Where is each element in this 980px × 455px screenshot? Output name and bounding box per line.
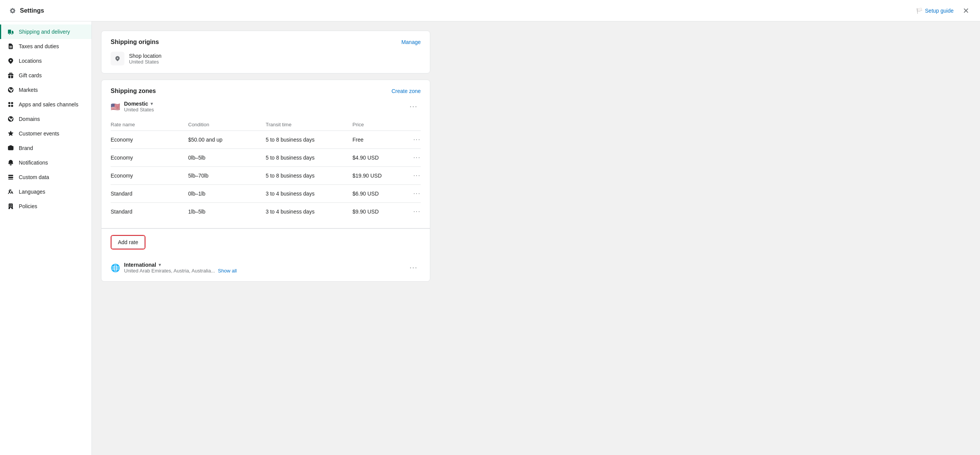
sidebar: Shipping and delivery Taxes and duties (0, 21, 92, 455)
app-frame: Settings 🏳️ Setup guide ✕ Shi (0, 0, 980, 455)
rate-transit-cell: 3 to 4 business days (266, 203, 353, 221)
rate-more-cell[interactable]: ··· (408, 131, 421, 149)
show-all-link[interactable]: Show all (218, 268, 237, 274)
sidebar-label-gift-cards: Gift cards (19, 72, 42, 78)
rate-name-cell: Economy (111, 149, 188, 167)
sidebar-item-markets[interactable]: Markets (0, 83, 91, 97)
rate-name-cell: Standard (111, 185, 188, 203)
international-dropdown-icon[interactable]: ▼ (158, 263, 162, 267)
international-more-button[interactable]: ··· (407, 262, 421, 273)
sidebar-item-gift-cards[interactable]: Gift cards (0, 68, 91, 83)
domestic-more-button[interactable]: ··· (407, 101, 421, 112)
rate-more-button[interactable]: ··· (413, 172, 421, 179)
bell-icon (7, 159, 14, 166)
shipping-zones-card: Shipping zones Create zone 🇺🇸 Domestic ▼ (101, 80, 430, 282)
shop-location-country: United States (129, 59, 162, 65)
sidebar-label-taxes: Taxes and duties (19, 43, 59, 49)
location-icon (7, 57, 14, 64)
international-zone-section: 🌐 International ▼ United Arab Emirates, … (101, 256, 430, 281)
shipping-origins-section: Shipping origins Manage Shop location (101, 31, 430, 73)
truck-icon (7, 28, 14, 35)
close-button[interactable]: ✕ (961, 5, 971, 17)
rate-condition-cell: 1lb–5lb (188, 203, 266, 221)
sidebar-item-shipping[interactable]: Shipping and delivery (0, 24, 91, 39)
sidebar-label-locations: Locations (19, 58, 42, 64)
col-header-rate-name: Rate name (111, 119, 188, 131)
globe-icon-intl: 🌐 (111, 263, 120, 272)
domestic-zone-header: 🇺🇸 Domestic ▼ United States ··· (111, 101, 421, 113)
sidebar-item-notifications[interactable]: Notifications (0, 155, 91, 170)
sidebar-item-customer-events[interactable]: Customer events (0, 126, 91, 141)
topbar-left: Settings (9, 7, 44, 14)
apps-icon (7, 101, 14, 108)
location-pin-icon (114, 55, 121, 62)
shipping-origins-card: Shipping origins Manage Shop location (101, 31, 430, 73)
rate-more-button[interactable]: ··· (413, 190, 421, 197)
rate-condition-cell: 5lb–70lb (188, 167, 266, 185)
location-info: Shop location United States (111, 52, 162, 65)
rate-more-cell[interactable]: ··· (408, 167, 421, 185)
sidebar-item-locations[interactable]: Locations (0, 54, 91, 68)
sidebar-label-markets: Markets (19, 87, 38, 93)
page-title: Settings (20, 7, 44, 14)
rate-price-cell: $9.90 USD (353, 203, 408, 221)
sidebar-label-policies: Policies (19, 203, 37, 209)
domestic-dropdown-icon[interactable]: ▼ (150, 101, 154, 106)
rate-more-cell[interactable]: ··· (408, 185, 421, 203)
flag-icon: 🏳️ (916, 8, 923, 14)
table-row: Standard 1lb–5lb 3 to 4 business days $9… (111, 203, 421, 221)
location-pin-icon-wrap (111, 52, 124, 65)
rate-more-cell[interactable]: ··· (408, 149, 421, 167)
language-icon (7, 188, 14, 195)
rate-more-cell[interactable]: ··· (408, 203, 421, 221)
policies-icon (7, 203, 14, 210)
manage-button[interactable]: Manage (401, 39, 421, 45)
shipping-zones-title: Shipping zones (111, 88, 156, 95)
rate-more-button[interactable]: ··· (413, 136, 421, 143)
create-zone-button[interactable]: Create zone (392, 88, 421, 94)
add-rate-container: Add rate (101, 228, 430, 256)
table-row: Standard 0lb–1lb 3 to 4 business days $6… (111, 185, 421, 203)
topbar: Settings 🏳️ Setup guide ✕ (0, 0, 980, 21)
domestic-zone-info: Domestic ▼ United States (124, 101, 154, 113)
rate-price-cell: Free (353, 131, 408, 149)
sidebar-item-languages[interactable]: Languages (0, 184, 91, 199)
sidebar-item-domains[interactable]: Domains (0, 112, 91, 126)
setup-guide-link[interactable]: 🏳️ Setup guide (916, 8, 954, 14)
rate-more-button[interactable]: ··· (413, 154, 421, 161)
domestic-zone-name: Domestic (124, 101, 148, 107)
rate-transit-cell: 5 to 8 business days (266, 167, 353, 185)
sidebar-item-taxes[interactable]: Taxes and duties (0, 39, 91, 54)
sidebar-item-custom-data[interactable]: Custom data (0, 170, 91, 184)
international-zone-info: International ▼ United Arab Emirates, Au… (124, 262, 237, 274)
col-header-actions (408, 119, 421, 131)
domestic-zone-name-wrap: 🇺🇸 Domestic ▼ United States (111, 101, 154, 113)
rate-condition-cell: 0lb–5lb (188, 149, 266, 167)
sidebar-item-apps[interactable]: Apps and sales channels (0, 97, 91, 112)
sidebar-label-custom-data: Custom data (19, 174, 49, 180)
table-row: Economy 5lb–70lb 5 to 8 business days $1… (111, 167, 421, 185)
rate-name-cell: Standard (111, 203, 188, 221)
rate-price-cell: $19.90 USD (353, 167, 408, 185)
rate-more-button[interactable]: ··· (413, 208, 421, 215)
topbar-right: 🏳️ Setup guide ✕ (916, 5, 971, 17)
rate-condition-cell: 0lb–1lb (188, 185, 266, 203)
sidebar-label-languages: Languages (19, 189, 45, 195)
add-rate-button[interactable]: Add rate (111, 236, 145, 249)
shipping-origins-header: Shipping origins Manage (111, 39, 421, 46)
rate-price-cell: $4.90 USD (353, 149, 408, 167)
table-row: Economy $50.00 and up 5 to 8 business da… (111, 131, 421, 149)
international-zone-name-wrap: 🌐 International ▼ United Arab Emirates, … (111, 262, 237, 274)
rate-transit-cell: 5 to 8 business days (266, 131, 353, 149)
shipping-zones-header-section: Shipping zones Create zone 🇺🇸 Domestic ▼ (101, 80, 430, 228)
receipt-icon (7, 43, 14, 50)
rate-name-cell: Economy (111, 131, 188, 149)
domain-icon (7, 116, 14, 122)
gift-icon (7, 72, 14, 79)
rate-transit-cell: 5 to 8 business days (266, 149, 353, 167)
col-header-condition: Condition (188, 119, 266, 131)
sidebar-item-brand[interactable]: Brand (0, 141, 91, 155)
content-area: Shipping origins Manage Shop location (92, 21, 980, 455)
sidebar-item-policies[interactable]: Policies (0, 199, 91, 214)
custom-data-icon (7, 174, 14, 181)
